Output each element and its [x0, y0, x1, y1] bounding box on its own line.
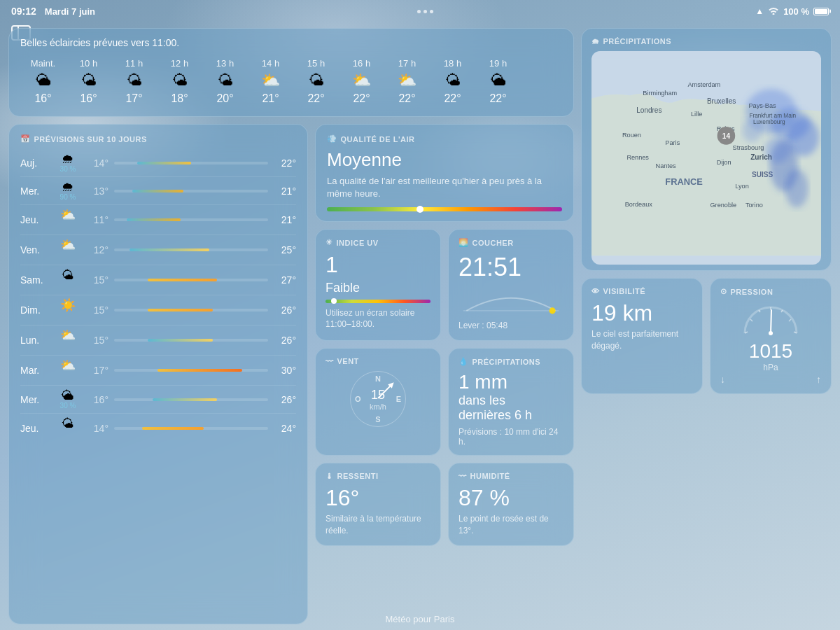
wind-speed: 15 — [370, 388, 386, 402]
hourly-temp: 22° — [353, 92, 370, 105]
temp-bar-container — [114, 248, 268, 251]
right-panels: 💨 QUALITÉ DE L'AIR Moyenne La qualité de… — [315, 124, 574, 624]
pressure-title: ⊙ PRESSION — [720, 287, 821, 296]
temp-bar — [137, 162, 191, 164]
hourly-row: Maint. 🌥 16° 10 h 🌤 16° 11 h 🌤 17° 12 h … — [20, 55, 562, 108]
status-bar-left: 09:12 Mardi 7 juin — [11, 6, 95, 17]
footer: Météo pour Paris — [0, 614, 840, 624]
vis-pressure-grid: 👁 VISIBILITÉ 19 km Le ciel est parfaitem… — [581, 278, 832, 394]
forecast-day: Jeu. — [20, 423, 50, 434]
sunset-card: 🌅 COUCHER 21:51 Lever : 05:48 — [448, 229, 574, 341]
sunset-arc — [458, 282, 564, 317]
hourly-icon: 🌤 — [172, 73, 188, 88]
precip-card: 💧 PRÉCIPITATIONS 1 mm dans les dernières… — [448, 348, 574, 456]
hourly-time: 19 h — [489, 58, 507, 69]
hourly-temp: 20° — [216, 92, 233, 105]
uv-indicator — [331, 298, 337, 304]
forecast-icon-area: ⛅ — [50, 209, 86, 231]
forecast-title: 📅 PRÉVISIONS SUR 10 JOURS — [20, 134, 296, 144]
svg-text:Nantes: Nantes — [656, 162, 676, 169]
pressure-gauge — [739, 302, 802, 340]
uv-value: 1 — [326, 253, 430, 277]
temp-bar-container — [114, 427, 268, 430]
forecast-row: Mar. ⛅ 17° 30° — [20, 356, 296, 386]
forecast-max: 26° — [274, 394, 296, 405]
forecast-icon-area: 🌧 90 % — [50, 181, 86, 201]
forecast-icon: ⛅ — [60, 239, 76, 251]
forecast-icon: 🌧 — [62, 153, 74, 165]
pressure-icon: ⊙ — [720, 287, 727, 296]
precip-map-card: 🌧 PRÉCIPITATIONS — [581, 28, 832, 271]
svg-text:Bordeaux: Bordeaux — [625, 201, 653, 208]
visibility-card: 👁 VISIBILITÉ 19 km Le ciel est parfaitem… — [581, 278, 703, 394]
svg-text:14: 14 — [722, 132, 731, 140]
uv-desc: Utilisez un écran solaire 11:00–18:00. — [326, 307, 430, 331]
hourly-scroll[interactable]: Maint. 🌥 16° 10 h 🌤 16° 11 h 🌤 17° 12 h … — [20, 55, 562, 108]
forecast-icon-area: 🌥 30 % — [50, 389, 86, 410]
forecast-card: 📅 PRÉVISIONS SUR 10 JOURS Auj. 🌧 30 % 14… — [8, 124, 308, 624]
hourly-item: 13 h 🌤 20° — [202, 55, 248, 108]
hourly-time: 14 h — [262, 58, 279, 69]
map-container[interactable]: Birmingham Amsterdam Bruxelles Londres L… — [592, 51, 821, 265]
sunset-title: 🌅 COUCHER — [458, 238, 564, 247]
svg-point-34 — [785, 169, 808, 208]
forecast-max: 30° — [274, 365, 296, 376]
svg-text:SUISS: SUISS — [752, 171, 773, 178]
visibility-desc: Le ciel est parfaitement dégagé. — [592, 328, 692, 352]
forecast-max: 27° — [274, 274, 296, 286]
forecast-rows: Auj. 🌧 30 % 14° 22° Mer. 🌧 90 % 13° 21° … — [20, 149, 296, 443]
battery-bar — [813, 8, 829, 15]
hourly-time: 10 h — [80, 58, 97, 69]
temp-bar-container — [114, 279, 268, 281]
svg-line-40 — [789, 319, 791, 321]
hourly-icon: ⛅ — [352, 73, 371, 88]
compass-n: N — [375, 374, 381, 383]
hourly-item: 19 h 🌥 22° — [475, 55, 521, 108]
forecast-row: Jeu. ⛅ 11° 21° — [20, 205, 296, 235]
svg-text:Paris: Paris — [665, 139, 680, 146]
forecast-day: Dim. — [20, 304, 50, 316]
wind-card: 〰 VENT N S E O 15 km/h — [315, 348, 441, 456]
temp-bar — [148, 339, 212, 342]
battery-text: 100 % — [783, 6, 809, 17]
three-dots — [417, 10, 433, 13]
svg-point-1 — [550, 308, 556, 314]
temp-bar-container — [114, 339, 268, 342]
uv-bar — [326, 300, 430, 303]
temp-bar-container — [114, 369, 268, 372]
forecast-min: 17° — [86, 365, 108, 376]
forecast-icon: ☀️ — [60, 299, 76, 312]
forecast-icon: ⛅ — [60, 359, 76, 372]
hourly-icon: 🌤 — [218, 73, 233, 88]
svg-text:Pays-Bas: Pays-Bas — [748, 102, 776, 109]
humidity-value: 87 % — [458, 486, 564, 510]
hourly-temp: 22° — [398, 92, 415, 105]
wifi-icon — [768, 6, 779, 16]
forecast-row: Mer. 🌧 90 % 13° 21° — [20, 177, 296, 205]
svg-text:Strasbourg: Strasbourg — [733, 144, 764, 151]
forecast-row: Sam. 🌤 15° 27° — [20, 265, 296, 295]
compass-o: O — [355, 395, 361, 403]
calendar-icon: 📅 — [20, 134, 31, 144]
precip-value: 1 mm — [458, 372, 564, 393]
hourly-item: 14 h ⛅ 21° — [248, 55, 293, 108]
svg-text:Luxembourg: Luxembourg — [753, 119, 785, 125]
aqi-bar — [327, 207, 562, 211]
temp-bar-container — [114, 218, 268, 221]
hourly-item: 17 h ⛅ 22° — [384, 55, 430, 108]
right-column: 🌧 PRÉCIPITATIONS — [581, 28, 832, 624]
bottom-cards-grid: 🌡 RESSENTI 16° Similaire à la températur… — [315, 463, 574, 546]
svg-text:Lyon: Lyon — [735, 183, 749, 190]
svg-text:Birmingham: Birmingham — [643, 90, 677, 97]
forecast-max: 25° — [274, 244, 296, 255]
forecast-icon-area: ⛅ — [50, 359, 86, 382]
temp-bar-container — [114, 398, 268, 401]
temp-bar — [148, 309, 212, 312]
hourly-summary: Belles éclaircies prévues vers 11:00. — [20, 37, 562, 48]
hourly-temp: 16° — [80, 92, 97, 105]
temp-bar — [158, 369, 242, 372]
hourly-item: Maint. 🌥 16° — [20, 55, 66, 108]
svg-line-36 — [750, 319, 752, 321]
forecast-min: 14° — [86, 158, 108, 169]
date: Mardi 7 juin — [45, 6, 95, 17]
